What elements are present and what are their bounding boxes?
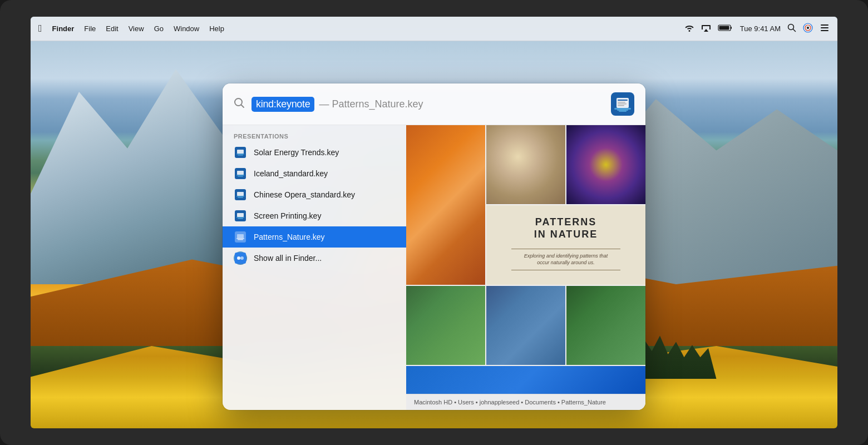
- keynote-file-icon-screen-printing: [234, 209, 247, 222]
- section-presentations: PRESENTATIONS: [223, 130, 406, 142]
- search-query[interactable]: kind:keynote — Patterns_Nature.key: [251, 97, 604, 112]
- nature-card-subtitle: Exploring and identifying patterns thato…: [524, 253, 608, 266]
- preview-flower: [566, 125, 645, 204]
- preview-path: Macintosh HD • Users • johnappleseed • D…: [406, 394, 645, 410]
- menubar-datetime: Tue 9:41 AM: [740, 24, 781, 33]
- screen:  Finder File Edit View Go Window Help: [31, 17, 837, 428]
- svg-point-43: [237, 256, 240, 260]
- svg-rect-8: [821, 24, 828, 26]
- svg-rect-19: [618, 102, 625, 103]
- svg-point-44: [240, 256, 244, 260]
- nature-card: PATTERNSIN NATURE Exploring and identify…: [486, 205, 645, 284]
- preview-images: PATTERNSIN NATURE Exploring and identify…: [406, 125, 645, 394]
- search-icon[interactable]: [787, 23, 796, 34]
- svg-rect-1: [731, 27, 732, 29]
- keynote-file-icon-solar: [234, 146, 247, 159]
- svg-rect-15: [617, 110, 628, 111]
- battery-icon[interactable]: [718, 24, 733, 33]
- svg-rect-37: [237, 213, 244, 217]
- nature-card-divider: [511, 249, 621, 249]
- search-suggestion: — Patterns_Nature.key: [319, 98, 423, 110]
- result-name-chinese-opera: Chinese Opera_standard.key: [254, 190, 355, 199]
- airplay-icon[interactable]: [701, 24, 711, 33]
- search-bar: kind:keynote — Patterns_Nature.key: [223, 83, 645, 125]
- keynote-file-icon-opera: [234, 188, 247, 201]
- show-all-text: Show all in Finder...: [254, 254, 322, 263]
- nature-card-title: PATTERNSIN NATURE: [534, 216, 598, 240]
- svg-rect-21: [618, 105, 624, 106]
- menu-go[interactable]: Go: [154, 24, 164, 33]
- control-center-icon[interactable]: [820, 24, 830, 33]
- preview-fern: [566, 286, 645, 365]
- svg-rect-18: [618, 100, 628, 101]
- result-name-patterns-nature: Patterns_Nature.key: [254, 233, 325, 241]
- spotlight-window: kind:keynote — Patterns_Nature.key: [223, 83, 645, 410]
- svg-rect-41: [237, 234, 244, 238]
- menu-finder[interactable]: Finder: [52, 24, 75, 33]
- spotlight-search-icon: [234, 97, 245, 111]
- keynote-app-icon: [611, 92, 634, 116]
- svg-rect-28: [238, 176, 243, 177]
- svg-rect-9: [821, 27, 828, 28]
- result-item-patterns-nature[interactable]: Patterns_Nature.key: [223, 226, 406, 248]
- svg-rect-17: [617, 98, 629, 108]
- result-item-screen-printing[interactable]: Screen Printing.key: [223, 205, 406, 226]
- preview-shell: [486, 125, 565, 204]
- svg-line-4: [793, 29, 796, 32]
- results-container: PRESENTATIONS Solar Energy Trends.key: [223, 125, 645, 410]
- result-name-iceland: Iceland_standard.key: [254, 169, 328, 178]
- svg-rect-25: [237, 150, 244, 154]
- preview-feather: [486, 286, 565, 365]
- preview-blue-strip: [406, 366, 645, 394]
- result-item-solar[interactable]: Solar Energy Trends.key: [223, 142, 406, 163]
- preview-succulent: [406, 286, 485, 365]
- preview-canyon: [406, 125, 485, 285]
- result-name-solar: Solar Energy Trends.key: [254, 148, 339, 157]
- svg-rect-36: [238, 218, 243, 219]
- preview-panel: PATTERNSIN NATURE Exploring and identify…: [406, 125, 645, 410]
- siri-icon[interactable]: [803, 23, 813, 34]
- show-all-finder[interactable]: Show all in Finder...: [223, 248, 406, 269]
- svg-rect-27: [236, 175, 244, 176]
- svg-rect-32: [238, 197, 243, 198]
- nature-card-divider-2: [511, 270, 621, 270]
- search-query-text: kind:keynote: [251, 97, 314, 112]
- svg-rect-29: [237, 171, 244, 175]
- result-item-iceland[interactable]: Iceland_standard.key: [223, 163, 406, 184]
- results-list: PRESENTATIONS Solar Energy Trends.key: [223, 125, 406, 410]
- svg-rect-10: [821, 30, 828, 31]
- svg-rect-14: [614, 108, 631, 110]
- svg-rect-39: [236, 238, 244, 239]
- laptop-bezel:  Finder File Edit View Go Window Help: [0, 0, 868, 445]
- apple-menu[interactable]: : [38, 23, 42, 34]
- menu-file[interactable]: File: [84, 24, 96, 33]
- result-name-screen-printing: Screen Printing.key: [254, 211, 321, 220]
- menu-help[interactable]: Help: [209, 24, 224, 33]
- svg-rect-16: [619, 111, 627, 112]
- svg-line-12: [241, 105, 244, 107]
- menu-view[interactable]: View: [129, 24, 144, 33]
- menubar:  Finder File Edit View Go Window Help: [31, 17, 837, 41]
- svg-rect-20: [618, 103, 627, 105]
- keynote-file-icon-iceland: [234, 167, 247, 180]
- preview-center-card: PATTERNSIN NATURE Exploring and identify…: [486, 205, 645, 284]
- svg-rect-24: [238, 155, 243, 156]
- finder-icon: [234, 251, 247, 265]
- svg-rect-2: [719, 26, 729, 30]
- keynote-file-icon-patterns: [234, 230, 247, 244]
- menu-window[interactable]: Window: [174, 24, 199, 33]
- preview-bottom-row: [406, 286, 645, 365]
- wifi-icon[interactable]: [684, 24, 694, 33]
- svg-rect-33: [237, 192, 244, 196]
- svg-rect-40: [238, 239, 243, 240]
- svg-rect-31: [236, 196, 244, 197]
- result-item-chinese-opera[interactable]: Chinese Opera_standard.key: [223, 184, 406, 205]
- svg-rect-23: [236, 154, 244, 155]
- svg-point-7: [807, 27, 809, 29]
- svg-rect-35: [236, 217, 244, 218]
- menu-edit[interactable]: Edit: [106, 24, 118, 33]
